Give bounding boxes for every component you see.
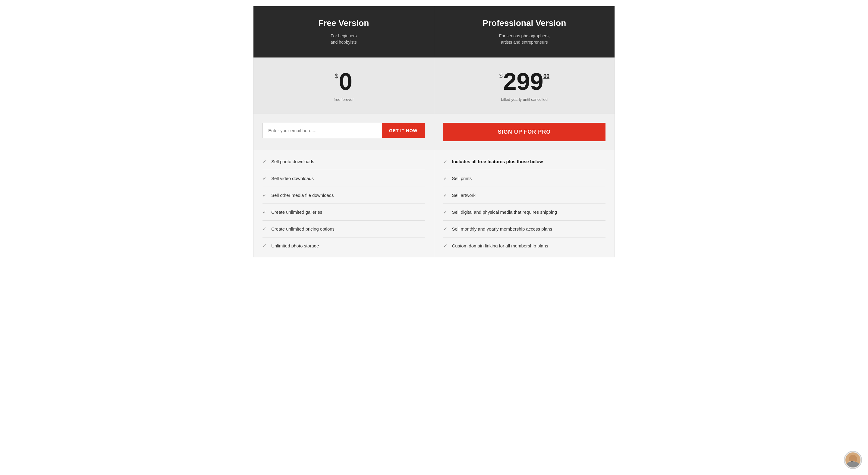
free-feature-item: ✓ Sell video downloads [262, 170, 425, 187]
feature-text: Sell photo downloads [271, 159, 314, 164]
free-dollar-sign: $ [335, 72, 338, 79]
check-icon: ✓ [262, 226, 267, 232]
feature-text: Includes all free features plus those be… [452, 159, 543, 164]
features-container: ✓ Sell photo downloads ✓ Sell video down… [253, 150, 615, 257]
free-feature-item: ✓ Sell photo downloads [262, 153, 425, 170]
email-input[interactable] [263, 123, 382, 138]
pro-subtitle: For serious photographers, artists and e… [443, 33, 606, 45]
pro-feature-item: ✓ Sell monthly and yearly membership acc… [443, 220, 606, 238]
pro-header: Professional Version For serious photogr… [434, 6, 615, 58]
free-feature-item: ✓ Unlimited photo storage [262, 238, 425, 254]
check-icon: ✓ [262, 175, 267, 181]
free-price-col: $ 0 free forever [253, 58, 434, 114]
pro-title: Professional Version [443, 19, 606, 28]
free-title: Free Version [262, 19, 425, 28]
pro-feature-item: ✓ Sell artwork [443, 187, 606, 204]
free-features-col: ✓ Sell photo downloads ✓ Sell video down… [253, 150, 434, 257]
pro-price-col: $ 299 00 billed yearly until cancelled [434, 58, 615, 114]
check-icon: ✓ [443, 175, 447, 181]
feature-text: Create unlimited galleries [271, 209, 322, 215]
feature-text: Sell artwork [452, 193, 475, 198]
check-icon: ✓ [443, 243, 447, 249]
pro-features-col: ✓ Includes all free features plus those … [434, 150, 615, 257]
free-cta-col: GET IT NOW [262, 120, 434, 144]
feature-text: Sell prints [452, 176, 472, 181]
check-icon: ✓ [262, 243, 267, 249]
check-icon: ✓ [443, 159, 447, 164]
pro-cta-col: SIGN UP FOR PRO [434, 120, 606, 144]
email-form: GET IT NOW [262, 123, 425, 138]
check-icon: ✓ [443, 226, 447, 232]
pricing-table: Free Version For beginners and hobbyists… [253, 6, 615, 258]
pro-feature-item: ✓ Sell digital and physical media that r… [443, 204, 606, 220]
header-row: Free Version For beginners and hobbyists… [253, 6, 615, 58]
avatar [845, 452, 861, 468]
feature-text: Unlimited photo storage [271, 243, 319, 248]
check-icon: ✓ [262, 159, 267, 164]
check-icon: ✓ [262, 209, 267, 215]
avatar-body [847, 462, 859, 468]
sign-up-pro-button[interactable]: SIGN UP FOR PRO [443, 123, 606, 141]
pro-price-cents: 00 [544, 73, 550, 79]
cta-row: GET IT NOW SIGN UP FOR PRO [253, 114, 615, 150]
price-row: $ 0 free forever $ 299 00 billed yearly … [253, 58, 615, 114]
free-header: Free Version For beginners and hobbyists [253, 6, 434, 58]
feature-text: Create unlimited pricing options [271, 226, 335, 232]
feature-text: Custom domain linking for all membership… [452, 243, 548, 248]
free-price-amount: 0 [339, 70, 352, 94]
pro-feature-item: ✓ Custom domain linking for all membersh… [443, 238, 606, 254]
pro-price-amount: 299 [503, 70, 544, 94]
feature-text: Sell monthly and yearly membership acces… [452, 226, 553, 232]
free-subtitle: For beginners and hobbyists [262, 33, 425, 45]
check-icon: ✓ [443, 192, 447, 198]
pro-price-display: $ 299 00 [443, 70, 606, 94]
pro-dollar-sign: $ [499, 72, 502, 79]
free-feature-item: ✓ Create unlimited galleries [262, 204, 425, 220]
free-feature-item: ✓ Create unlimited pricing options [262, 220, 425, 238]
check-icon: ✓ [262, 192, 267, 198]
check-icon: ✓ [443, 209, 447, 215]
free-feature-item: ✓ Sell other media file downloads [262, 187, 425, 204]
feature-text: Sell digital and physical media that req… [452, 209, 557, 215]
feature-text: Sell other media file downloads [271, 193, 334, 198]
avatar-bubble[interactable] [844, 451, 862, 469]
pro-price-note: billed yearly until cancelled [443, 97, 606, 102]
pro-feature-item: ✓ Includes all free features plus those … [443, 153, 606, 170]
get-it-now-button[interactable]: GET IT NOW [382, 123, 425, 138]
feature-text: Sell video downloads [271, 176, 314, 181]
free-price-display: $ 0 [262, 70, 425, 94]
pro-feature-item: ✓ Sell prints [443, 170, 606, 187]
free-price-note: free forever [262, 97, 425, 102]
